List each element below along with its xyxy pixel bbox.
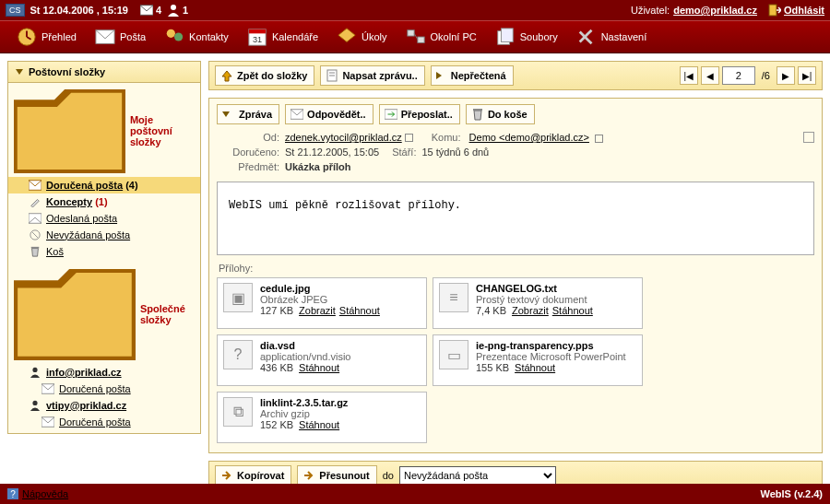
svg-point-5 (167, 29, 175, 38)
folder-sent[interactable]: Odeslaná pošta (8, 210, 200, 227)
message-collapse-button[interactable]: Zpráva (217, 104, 279, 124)
folder-icon (14, 89, 125, 173)
folder-inbox[interactable]: Doručená pošta (4) (8, 177, 200, 193)
forward-button[interactable]: Přeposlat.. (379, 104, 460, 124)
pager: |◀ ◀ /6 ▶ ▶| (680, 66, 816, 85)
junk-icon (29, 229, 42, 240)
attachment-download[interactable]: Stáhnout (299, 419, 339, 430)
to-address[interactable]: Demo <demo@priklad.cz> (469, 132, 589, 143)
nav-tasks[interactable]: Úkoly (327, 20, 397, 53)
svg-point-22 (32, 400, 37, 404)
attachment-type: Prezentace Microsoft PowerPoint (476, 351, 626, 362)
folder-drafts[interactable]: Koncepty (1) (8, 193, 200, 210)
pager-last[interactable]: ▶| (798, 66, 816, 85)
attachment-icon: ⧉ (223, 397, 253, 427)
folder-junk[interactable]: Nevyžádaná pošta (8, 227, 200, 243)
svg-point-1 (171, 5, 176, 10)
arrow-right-icon (302, 469, 315, 482)
move-target-select[interactable]: Nevyžádaná pošta (399, 466, 556, 484)
unread-button[interactable]: Nepřečtená (431, 65, 514, 86)
address-chip-icon[interactable] (595, 135, 603, 143)
unread-mail-indicator[interactable]: 4 (140, 4, 161, 17)
svg-rect-2 (769, 5, 777, 16)
sent-icon (29, 213, 42, 224)
svg-rect-14 (501, 29, 513, 42)
group-shared-folders[interactable]: Společné složky (8, 265, 200, 364)
age-label: Stáří: (392, 147, 416, 158)
attachment-type: application/vnd.visio (260, 351, 350, 362)
calendar-icon: 31 (247, 27, 267, 47)
sidebar-header[interactable]: Poštovní složky (7, 61, 201, 83)
mail-icon (95, 27, 115, 47)
user-icon (29, 367, 42, 378)
shared-account-2[interactable]: vtipy@priklad.cz (8, 397, 200, 414)
attachment-icon: ≡ (439, 283, 468, 312)
nav-files[interactable]: Soubory (486, 20, 567, 53)
attachment-download[interactable]: Stáhnout (339, 305, 380, 316)
attachment-download[interactable]: Stáhnout (515, 362, 555, 373)
popout-icon[interactable] (803, 132, 814, 143)
nav-contacts[interactable]: Kontakty (155, 20, 238, 53)
shared-1-inbox[interactable]: Doručená pošta (8, 381, 200, 397)
back-to-folder-button[interactable]: Zpět do složky (215, 65, 314, 86)
compose-button[interactable]: Napsat zprávu.. (320, 65, 424, 86)
pager-page-input[interactable] (722, 66, 755, 85)
attachment-download[interactable]: Stáhnout (299, 362, 339, 373)
pager-next[interactable]: ▶ (777, 66, 795, 85)
to-label: Komu: (432, 132, 461, 143)
svg-text:31: 31 (253, 35, 262, 44)
message-toolbar: Zpráva Odpovědět.. Přeposlat.. Do koše (217, 104, 814, 124)
pager-total: /6 (758, 70, 774, 81)
move-toolbar: Kopírovat Přesunout do Nevyžádaná pošta (208, 461, 823, 484)
attachment-view[interactable]: Zobrazit (299, 305, 336, 316)
shared-account-1[interactable]: info@priklad.cz (8, 364, 200, 381)
svg-rect-8 (249, 29, 266, 34)
sidebar-header-label: Poštovní složky (29, 66, 105, 77)
user-icon (29, 400, 42, 411)
nav-settings-label: Nastavení (601, 31, 647, 42)
attachment-view[interactable]: Zobrazit (512, 305, 549, 316)
user-label: Uživatel: (631, 5, 670, 16)
nav-contacts-label: Kontakty (189, 31, 229, 42)
svg-rect-19 (31, 247, 40, 249)
attachment-name: CHANGELOG.txt (476, 283, 597, 294)
reply-button[interactable]: Odpovědět.. (285, 104, 374, 124)
nav-calendar[interactable]: 31 Kalendáře (238, 20, 327, 53)
pager-first[interactable]: |◀ (680, 66, 698, 85)
svg-text:?: ? (10, 489, 16, 499)
subject-value: Ukázka příloh (285, 161, 351, 172)
attachment-download[interactable]: Stáhnout (552, 305, 593, 316)
subject-label: Předmět: (217, 161, 279, 172)
pager-prev[interactable]: ◀ (701, 66, 719, 85)
main-nav: Přehled Pošta Kontakty 31 Kalendáře Úkol… (0, 20, 830, 53)
attachment-icon: ▭ (439, 340, 468, 369)
nav-tasks-label: Úkoly (362, 31, 387, 42)
nav-mail[interactable]: Pošta (86, 20, 155, 53)
nav-settings[interactable]: Nastavení (567, 20, 657, 53)
app-version: WebIS (v.2.4) (761, 488, 823, 499)
group-my-folders[interactable]: Moje poštovní složky (8, 86, 200, 177)
online-users-indicator[interactable]: 1 (167, 4, 188, 17)
nav-overview[interactable]: Přehled (7, 20, 86, 53)
folder-trash[interactable]: Koš (8, 243, 200, 260)
reply-icon (290, 108, 303, 121)
svg-rect-29 (473, 109, 482, 111)
svg-rect-10 (407, 30, 413, 36)
unread-mail-count: 4 (156, 5, 161, 16)
logout-button[interactable]: Odhlásit (768, 4, 824, 17)
nav-calendar-label: Kalendáře (272, 31, 318, 42)
move-button[interactable]: Přesunout (297, 465, 376, 484)
nav-mail-label: Pošta (120, 31, 146, 42)
copy-button[interactable]: Kopírovat (215, 465, 291, 484)
delete-button[interactable]: Do koše (466, 104, 535, 124)
shared-2-inbox[interactable]: Doručená pošta (8, 414, 200, 430)
nav-pcs[interactable]: Okolní PC (397, 20, 486, 53)
folder-icon (14, 269, 136, 360)
attachment-card: ≡CHANGELOG.txtProstý textový dokument7,4… (433, 277, 643, 329)
inbox-icon (42, 416, 54, 428)
help-link[interactable]: ? Nápověda (7, 488, 68, 499)
address-chip-icon[interactable] (405, 134, 413, 142)
locale-badge[interactable]: CS (6, 4, 25, 17)
current-user-link[interactable]: demo@priklad.cz (673, 5, 757, 16)
from-address[interactable]: zdenek.vytocil@priklad.cz (285, 132, 402, 143)
